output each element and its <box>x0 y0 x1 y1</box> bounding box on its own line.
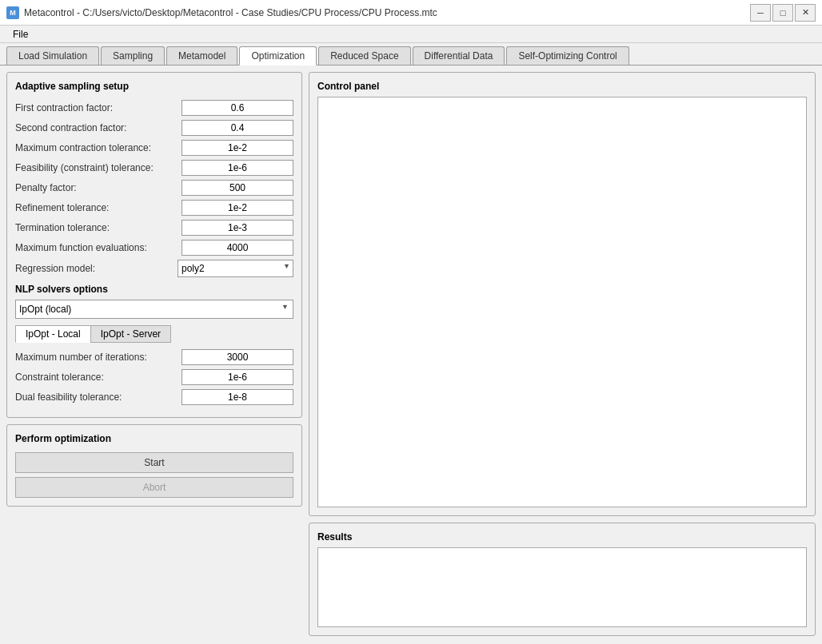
nlp-title: NLP solvers options <box>15 284 293 295</box>
label-first-contraction: First contraction factor: <box>15 102 182 113</box>
app-icon: M <box>6 6 19 19</box>
regression-model-select-wrapper[interactable]: poly2 poly1 poly3 <box>178 260 293 277</box>
regression-model-select[interactable]: poly2 poly1 poly3 <box>178 260 293 277</box>
input-refinement-tol[interactable] <box>182 200 293 216</box>
tab-optimization[interactable]: Optimization <box>239 46 317 66</box>
label-constraint-tol: Constraint tolerance: <box>15 372 182 383</box>
regression-model-label: Regression model: <box>15 263 178 274</box>
adaptive-sampling-section: Adaptive sampling setup First contractio… <box>6 72 302 418</box>
file-menu[interactable]: File <box>6 27 34 42</box>
tab-metamodel[interactable]: Metamodel <box>166 46 237 65</box>
adaptive-field-row-second-contraction: Second contraction factor: <box>15 120 293 136</box>
nlp-section: NLP solvers options IpOpt (local) IpOpt … <box>15 284 293 405</box>
adaptive-fields: First contraction factor:Second contract… <box>15 100 293 256</box>
input-feasibility-tol[interactable] <box>182 160 293 176</box>
input-max-iterations[interactable] <box>182 349 293 365</box>
label-max-iterations: Maximum number of iterations: <box>15 352 182 363</box>
main-content: Adaptive sampling setup First contractio… <box>0 66 822 642</box>
input-max-func-eval[interactable] <box>182 240 293 256</box>
input-dual-feasibility-tol[interactable] <box>182 389 293 405</box>
nlp-solver-select-wrapper[interactable]: IpOpt (local) IpOpt (server) <box>15 300 293 319</box>
abort-button[interactable]: Abort <box>15 477 293 498</box>
title-bar: M Metacontrol - C:/Users/victo/Desktop/M… <box>0 0 822 26</box>
maximize-button[interactable]: □ <box>772 4 793 22</box>
nlp-fields: Maximum number of iterations:Constraint … <box>15 349 293 405</box>
input-max-contraction-tol[interactable] <box>182 140 293 156</box>
label-feasibility-tol: Feasibility (constraint) tolerance: <box>15 162 182 173</box>
tab-load-simulation[interactable]: Load Simulation <box>6 46 99 65</box>
label-refinement-tol: Refinement tolerance: <box>15 202 182 213</box>
label-penalty-factor: Penalty factor: <box>15 182 182 193</box>
sub-tabs: IpOpt - Local IpOpt - Server <box>15 325 293 343</box>
tabs-bar: Load Simulation Sampling Metamodel Optim… <box>0 43 822 66</box>
tab-reduced-space[interactable]: Reduced Space <box>318 46 410 65</box>
input-penalty-factor[interactable] <box>182 180 293 196</box>
nlp-field-row-max-iterations: Maximum number of iterations: <box>15 349 293 365</box>
perform-optimization-section: Perform optimization Start Abort <box>6 424 302 507</box>
control-panel-content <box>317 97 807 507</box>
adaptive-field-row-feasibility-tol: Feasibility (constraint) tolerance: <box>15 160 293 176</box>
label-dual-feasibility-tol: Dual feasibility tolerance: <box>15 392 182 403</box>
adaptive-field-row-first-contraction: First contraction factor: <box>15 100 293 116</box>
control-panel-title: Control panel <box>317 81 807 92</box>
nlp-solver-select[interactable]: IpOpt (local) IpOpt (server) <box>15 300 293 319</box>
adaptive-field-row-refinement-tol: Refinement tolerance: <box>15 200 293 216</box>
nlp-field-row-constraint-tol: Constraint tolerance: <box>15 369 293 385</box>
menu-bar: File <box>0 26 822 43</box>
start-button[interactable]: Start <box>15 452 293 473</box>
adaptive-field-row-termination-tol: Termination tolerance: <box>15 220 293 236</box>
left-panel: Adaptive sampling setup First contractio… <box>6 72 302 636</box>
title-bar-buttons: ─ □ ✕ <box>750 4 816 22</box>
input-second-contraction[interactable] <box>182 120 293 136</box>
input-first-contraction[interactable] <box>182 100 293 116</box>
regression-model-row: Regression model: poly2 poly1 poly3 <box>15 260 293 277</box>
tab-self-optimizing-control[interactable]: Self-Optimizing Control <box>506 46 628 65</box>
tab-differential-data[interactable]: Differential Data <box>413 46 505 65</box>
perform-optimization-title: Perform optimization <box>15 433 293 444</box>
input-termination-tol[interactable] <box>182 220 293 236</box>
label-termination-tol: Termination tolerance: <box>15 222 182 233</box>
results-title: Results <box>317 531 807 543</box>
adaptive-field-row-max-func-eval: Maximum function evaluations: <box>15 240 293 256</box>
right-panel: Control panel Results <box>309 72 816 636</box>
tab-sampling[interactable]: Sampling <box>101 46 165 65</box>
input-constraint-tol[interactable] <box>182 369 293 385</box>
results-content <box>317 547 807 627</box>
adaptive-field-row-penalty-factor: Penalty factor: <box>15 180 293 196</box>
sub-tab-ipopt-local[interactable]: IpOpt - Local <box>15 325 91 343</box>
adaptive-sampling-title: Adaptive sampling setup <box>15 81 293 92</box>
label-second-contraction: Second contraction factor: <box>15 122 182 133</box>
control-panel-section: Control panel <box>309 72 816 516</box>
sub-tab-ipopt-server[interactable]: IpOpt - Server <box>90 325 171 343</box>
adaptive-field-row-max-contraction-tol: Maximum contraction tolerance: <box>15 140 293 156</box>
results-section: Results <box>309 523 816 636</box>
nlp-field-row-dual-feasibility-tol: Dual feasibility tolerance: <box>15 389 293 405</box>
label-max-contraction-tol: Maximum contraction tolerance: <box>15 142 182 153</box>
close-button[interactable]: ✕ <box>795 4 816 22</box>
minimize-button[interactable]: ─ <box>750 4 771 22</box>
label-max-func-eval: Maximum function evaluations: <box>15 242 182 253</box>
title-bar-text: Metacontrol - C:/Users/victo/Desktop/Met… <box>24 7 750 18</box>
